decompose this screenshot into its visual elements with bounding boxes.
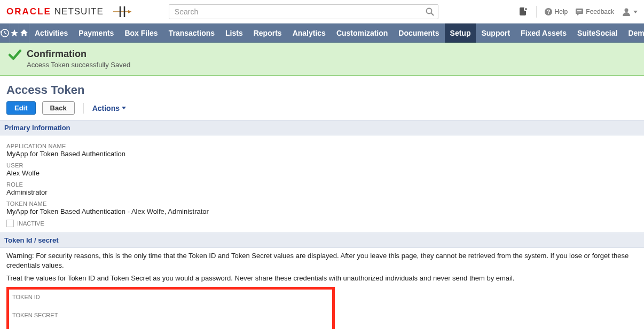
page-title: Access Token bbox=[0, 76, 644, 101]
nav-item-box-files[interactable]: Box Files bbox=[119, 23, 163, 43]
confirmation-banner: Confirmation Access Token successfully S… bbox=[0, 43, 644, 76]
oracle-text: ORACLE bbox=[6, 6, 51, 17]
nav-item-setup[interactable]: Setup bbox=[445, 23, 476, 43]
feedback-icon bbox=[575, 7, 584, 16]
svg-line-18 bbox=[5, 33, 6, 34]
role-value: Administrator bbox=[6, 188, 638, 196]
action-row: Edit Back Actions bbox=[0, 101, 644, 120]
home-icon[interactable] bbox=[19, 23, 29, 43]
nav-item-demo-f[interactable]: Demo F bbox=[623, 23, 644, 43]
svg-marker-11 bbox=[577, 14, 579, 15]
svg-text:?: ? bbox=[546, 9, 550, 15]
nav-item-analytics[interactable]: Analytics bbox=[287, 23, 331, 43]
user-icon bbox=[622, 7, 631, 17]
brand-logo: ORACLE NETSUITE bbox=[6, 6, 104, 17]
shortcuts-icon[interactable] bbox=[10, 23, 19, 43]
chevron-down-icon bbox=[633, 11, 638, 13]
company-logo-icon bbox=[113, 6, 131, 18]
chevron-down-icon bbox=[122, 107, 126, 109]
nav-item-fixed-assets[interactable]: Fixed Assets bbox=[515, 23, 572, 43]
nav-item-lists[interactable]: Lists bbox=[220, 23, 248, 43]
recent-records-icon[interactable] bbox=[0, 23, 10, 43]
confirmation-message: Access Token successfully Saved bbox=[27, 61, 130, 69]
svg-point-14 bbox=[625, 9, 629, 12]
section-token-id-secret: Token Id / secret bbox=[0, 232, 644, 248]
feedback-label: Feedback bbox=[586, 8, 614, 15]
svg-line-5 bbox=[431, 13, 434, 16]
divider bbox=[83, 103, 84, 114]
section-primary-information: Primary Information bbox=[0, 120, 644, 135]
app-name-value: MyApp for Token Based Authentication bbox=[6, 150, 638, 158]
confirmation-title: Confirmation bbox=[27, 49, 130, 60]
divider bbox=[536, 6, 537, 18]
feedback-link[interactable]: Feedback bbox=[575, 7, 614, 16]
token-name-value: MyApp for Token Based Authentication - A… bbox=[6, 207, 638, 215]
check-icon bbox=[9, 50, 21, 60]
warning-line-1: Warning: For security reasons, this is t… bbox=[0, 248, 644, 270]
back-button[interactable]: Back bbox=[42, 101, 75, 115]
help-link[interactable]: ? Help bbox=[544, 7, 568, 16]
nav-item-activities[interactable]: Activities bbox=[29, 23, 73, 43]
nav-item-transactions[interactable]: Transactions bbox=[163, 23, 220, 43]
inactive-row: INACTIVE bbox=[6, 220, 638, 227]
inactive-checkbox[interactable] bbox=[6, 220, 14, 227]
token-name-label: TOKEN NAME bbox=[6, 200, 638, 207]
search-icon[interactable] bbox=[426, 7, 434, 16]
topbar-right: ? Help Feedback bbox=[519, 6, 638, 18]
actions-label: Actions bbox=[92, 104, 120, 113]
nav-item-suitesocial[interactable]: SuiteSocial bbox=[572, 23, 623, 43]
svg-marker-3 bbox=[128, 10, 131, 13]
search-input[interactable] bbox=[169, 4, 438, 19]
help-icon: ? bbox=[544, 7, 553, 16]
netsuite-text: NETSUITE bbox=[54, 6, 104, 17]
svg-point-4 bbox=[426, 9, 431, 14]
token-secret-label: TOKEN SECRET bbox=[12, 312, 329, 318]
actions-menu[interactable]: Actions bbox=[92, 104, 126, 113]
help-label: Help bbox=[555, 8, 568, 15]
token-id-label: TOKEN ID bbox=[12, 294, 329, 300]
edit-button[interactable]: Edit bbox=[6, 101, 36, 115]
nav-item-support[interactable]: Support bbox=[476, 23, 515, 43]
top-bar: ORACLE NETSUITE ? Help Feedback bbox=[0, 0, 644, 23]
nav-item-customization[interactable]: Customization bbox=[331, 23, 393, 43]
token-credentials-box: TOKEN ID TOKEN SECRET bbox=[6, 287, 335, 329]
user-label: USER bbox=[6, 162, 638, 168]
svg-marker-19 bbox=[11, 29, 18, 37]
global-search bbox=[169, 4, 438, 19]
user-menu[interactable] bbox=[622, 7, 638, 17]
warning-line-2: Treat the values for Token ID and Token … bbox=[0, 270, 644, 283]
user-value: Alex Wolfe bbox=[6, 169, 638, 177]
nav-item-payments[interactable]: Payments bbox=[73, 23, 119, 43]
svg-marker-20 bbox=[20, 29, 28, 36]
create-new-icon[interactable] bbox=[519, 7, 529, 17]
nav-item-documents[interactable]: Documents bbox=[393, 23, 444, 43]
primary-info-body: APPLICATION NAME MyApp for Token Based A… bbox=[0, 135, 644, 232]
app-name-label: APPLICATION NAME bbox=[6, 143, 638, 149]
role-label: ROLE bbox=[6, 181, 638, 188]
nav-item-reports[interactable]: Reports bbox=[248, 23, 287, 43]
svg-rect-10 bbox=[576, 9, 583, 14]
inactive-label: INACTIVE bbox=[17, 220, 44, 227]
main-nav: ActivitiesPaymentsBox FilesTransactionsL… bbox=[0, 23, 644, 43]
